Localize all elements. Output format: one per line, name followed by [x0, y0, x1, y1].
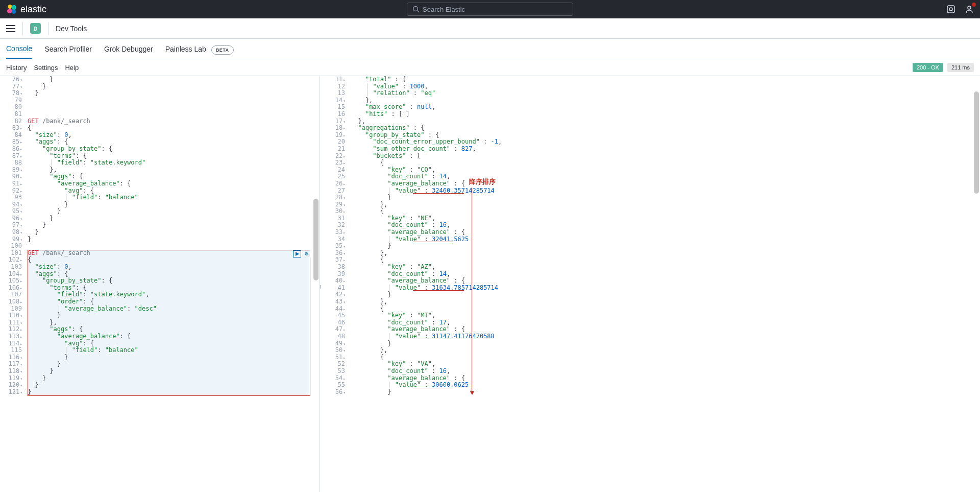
svg-line-5	[418, 11, 420, 13]
brand-logo[interactable]: elastic	[6, 4, 46, 15]
history-link[interactable]: History	[6, 64, 27, 72]
svg-point-7	[949, 8, 952, 11]
annotation-underline	[413, 193, 464, 194]
status-badge: 200 - OK	[913, 63, 943, 72]
divider	[48, 22, 48, 35]
svg-marker-9	[296, 252, 299, 256]
tab-search-profiler[interactable]: Search Profiler	[44, 40, 92, 58]
svg-point-0	[8, 5, 12, 9]
tab-console[interactable]: Console	[6, 39, 32, 59]
request-editor[interactable]: ⚙ 76▾77▾78▾7980818283▸8485▸86▸87▸8889▾90…	[0, 76, 320, 492]
newsfeed-icon[interactable]	[946, 5, 955, 14]
search-input[interactable]	[423, 6, 568, 13]
editor-panes: ⚙ 76▾77▾78▾7980818283▸8485▸86▸87▸8889▾90…	[0, 76, 980, 492]
annotation-underline	[413, 242, 453, 242]
help-link[interactable]: Help	[65, 64, 79, 72]
request-code[interactable]: } } }GET /bank/_search{ "size": 0, "aggs…	[28, 76, 320, 395]
tab-painless-label: Painless Lab	[165, 45, 206, 53]
tab-bar: Console Search Profiler Grok Debugger Pa…	[0, 39, 980, 59]
account-icon[interactable]	[965, 5, 974, 14]
console-toolbar: History Settings Help 200 - OK 211 ms	[0, 59, 980, 76]
elastic-icon	[6, 4, 17, 15]
response-viewer[interactable]: 11▸121314▾151617▾18▸19▸202122▸23▸242526▸…	[323, 76, 980, 492]
annotation-arrow	[472, 188, 472, 394]
annotation-underline	[413, 290, 464, 291]
scrollbar[interactable]	[312, 76, 318, 492]
line-gutter: 11▸121314▾151617▾18▸19▸202122▸23▸242526▸…	[323, 76, 349, 395]
svg-point-2	[7, 9, 12, 14]
response-code: "total" : { | "value" : 1000, | "relatio…	[351, 76, 980, 395]
brand-text: elastic	[20, 4, 46, 15]
nav-toggle-button[interactable]	[6, 25, 15, 32]
annotation-underline	[413, 339, 464, 339]
breadcrumb: Dev Tools	[56, 25, 87, 33]
svg-point-8	[968, 6, 971, 9]
beta-badge: BETA	[211, 45, 234, 55]
search-icon	[412, 6, 420, 13]
scrollbar[interactable]	[973, 76, 979, 492]
line-gutter: 76▾77▾78▾7980818283▸8485▸86▸87▸8889▾90▸9…	[0, 76, 26, 395]
global-search[interactable]	[407, 3, 573, 16]
svg-rect-6	[947, 6, 954, 13]
sub-header: D Dev Tools	[0, 18, 980, 39]
response-time: 211 ms	[947, 63, 974, 72]
svg-point-1	[11, 5, 16, 10]
tab-painless-lab[interactable]: Painless Lab BETA	[165, 40, 234, 58]
svg-point-4	[413, 7, 418, 11]
global-header: elastic	[0, 0, 980, 18]
send-request-button[interactable]	[293, 250, 301, 257]
notification-dot	[972, 3, 976, 7]
space-selector[interactable]: D	[30, 23, 41, 34]
request-options-button[interactable]: ⚙	[302, 250, 310, 257]
annotation-label: 降序排序	[469, 178, 496, 185]
svg-point-3	[12, 10, 16, 14]
divider	[22, 22, 23, 35]
settings-link[interactable]: Settings	[34, 64, 58, 72]
tab-grok-debugger[interactable]: Grok Debugger	[104, 40, 153, 58]
annotation-underline	[413, 388, 453, 388]
